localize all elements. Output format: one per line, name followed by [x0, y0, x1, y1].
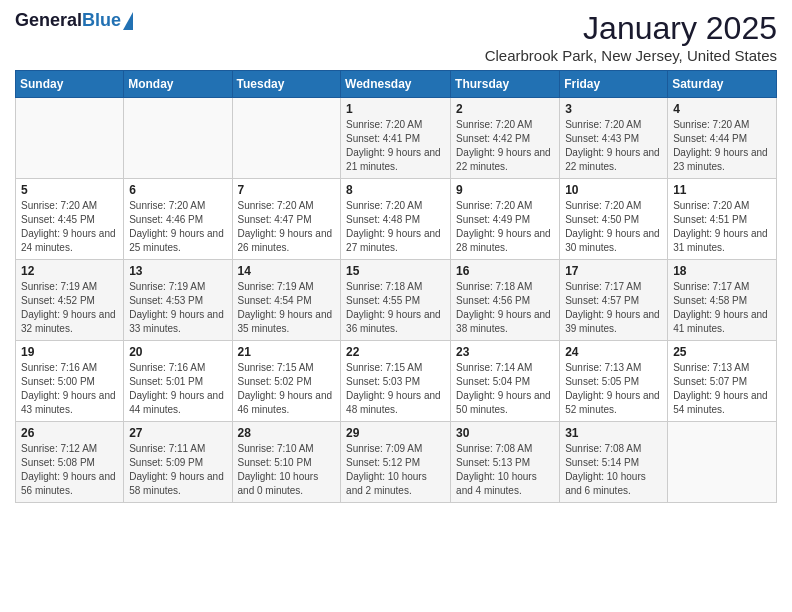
day-number: 9 [456, 183, 554, 197]
day-info: Sunrise: 7:14 AMSunset: 5:04 PMDaylight:… [456, 361, 554, 417]
day-info: Sunrise: 7:20 AMSunset: 4:43 PMDaylight:… [565, 118, 662, 174]
day-info: Sunrise: 7:16 AMSunset: 5:00 PMDaylight:… [21, 361, 118, 417]
calendar-cell [232, 98, 341, 179]
day-info: Sunrise: 7:20 AMSunset: 4:44 PMDaylight:… [673, 118, 771, 174]
week-row-4: 19Sunrise: 7:16 AMSunset: 5:00 PMDayligh… [16, 341, 777, 422]
title-block: January 2025 Clearbrook Park, New Jersey… [485, 10, 777, 64]
day-number: 6 [129, 183, 226, 197]
day-info: Sunrise: 7:20 AMSunset: 4:50 PMDaylight:… [565, 199, 662, 255]
logo: General Blue [15, 10, 133, 31]
day-number: 25 [673, 345, 771, 359]
day-number: 15 [346, 264, 445, 278]
day-number: 7 [238, 183, 336, 197]
week-row-2: 5Sunrise: 7:20 AMSunset: 4:45 PMDaylight… [16, 179, 777, 260]
calendar-cell: 30Sunrise: 7:08 AMSunset: 5:13 PMDayligh… [451, 422, 560, 503]
day-number: 17 [565, 264, 662, 278]
logo-blue-text: Blue [82, 10, 121, 31]
day-info: Sunrise: 7:18 AMSunset: 4:55 PMDaylight:… [346, 280, 445, 336]
day-number: 12 [21, 264, 118, 278]
calendar-cell: 14Sunrise: 7:19 AMSunset: 4:54 PMDayligh… [232, 260, 341, 341]
calendar-cell: 15Sunrise: 7:18 AMSunset: 4:55 PMDayligh… [341, 260, 451, 341]
weekday-header-thursday: Thursday [451, 71, 560, 98]
day-number: 31 [565, 426, 662, 440]
calendar-cell: 29Sunrise: 7:09 AMSunset: 5:12 PMDayligh… [341, 422, 451, 503]
day-info: Sunrise: 7:13 AMSunset: 5:05 PMDaylight:… [565, 361, 662, 417]
day-number: 1 [346, 102, 445, 116]
day-number: 3 [565, 102, 662, 116]
weekday-header-sunday: Sunday [16, 71, 124, 98]
day-info: Sunrise: 7:20 AMSunset: 4:42 PMDaylight:… [456, 118, 554, 174]
day-info: Sunrise: 7:18 AMSunset: 4:56 PMDaylight:… [456, 280, 554, 336]
week-row-3: 12Sunrise: 7:19 AMSunset: 4:52 PMDayligh… [16, 260, 777, 341]
day-info: Sunrise: 7:20 AMSunset: 4:49 PMDaylight:… [456, 199, 554, 255]
calendar-cell: 1Sunrise: 7:20 AMSunset: 4:41 PMDaylight… [341, 98, 451, 179]
logo-general-text: General [15, 10, 82, 31]
weekday-header-wednesday: Wednesday [341, 71, 451, 98]
calendar-cell: 21Sunrise: 7:15 AMSunset: 5:02 PMDayligh… [232, 341, 341, 422]
month-title: January 2025 [485, 10, 777, 47]
calendar-cell: 27Sunrise: 7:11 AMSunset: 5:09 PMDayligh… [124, 422, 232, 503]
day-info: Sunrise: 7:20 AMSunset: 4:48 PMDaylight:… [346, 199, 445, 255]
calendar-cell: 22Sunrise: 7:15 AMSunset: 5:03 PMDayligh… [341, 341, 451, 422]
day-number: 22 [346, 345, 445, 359]
calendar-cell: 5Sunrise: 7:20 AMSunset: 4:45 PMDaylight… [16, 179, 124, 260]
calendar-cell: 6Sunrise: 7:20 AMSunset: 4:46 PMDaylight… [124, 179, 232, 260]
day-number: 4 [673, 102, 771, 116]
calendar-cell: 26Sunrise: 7:12 AMSunset: 5:08 PMDayligh… [16, 422, 124, 503]
day-number: 24 [565, 345, 662, 359]
day-number: 11 [673, 183, 771, 197]
day-info: Sunrise: 7:20 AMSunset: 4:41 PMDaylight:… [346, 118, 445, 174]
calendar-cell [124, 98, 232, 179]
calendar-cell: 2Sunrise: 7:20 AMSunset: 4:42 PMDaylight… [451, 98, 560, 179]
day-info: Sunrise: 7:08 AMSunset: 5:14 PMDaylight:… [565, 442, 662, 498]
calendar-cell: 3Sunrise: 7:20 AMSunset: 4:43 PMDaylight… [560, 98, 668, 179]
day-number: 23 [456, 345, 554, 359]
day-info: Sunrise: 7:17 AMSunset: 4:58 PMDaylight:… [673, 280, 771, 336]
day-number: 2 [456, 102, 554, 116]
header: General Blue January 2025 Clearbrook Par… [15, 10, 777, 64]
weekday-header-friday: Friday [560, 71, 668, 98]
day-info: Sunrise: 7:19 AMSunset: 4:54 PMDaylight:… [238, 280, 336, 336]
day-info: Sunrise: 7:20 AMSunset: 4:51 PMDaylight:… [673, 199, 771, 255]
calendar-cell: 19Sunrise: 7:16 AMSunset: 5:00 PMDayligh… [16, 341, 124, 422]
calendar-cell: 23Sunrise: 7:14 AMSunset: 5:04 PMDayligh… [451, 341, 560, 422]
calendar-cell: 12Sunrise: 7:19 AMSunset: 4:52 PMDayligh… [16, 260, 124, 341]
week-row-1: 1Sunrise: 7:20 AMSunset: 4:41 PMDaylight… [16, 98, 777, 179]
day-number: 14 [238, 264, 336, 278]
day-number: 28 [238, 426, 336, 440]
day-info: Sunrise: 7:11 AMSunset: 5:09 PMDaylight:… [129, 442, 226, 498]
day-number: 19 [21, 345, 118, 359]
calendar-table: SundayMondayTuesdayWednesdayThursdayFrid… [15, 70, 777, 503]
day-number: 18 [673, 264, 771, 278]
day-number: 16 [456, 264, 554, 278]
calendar-cell: 4Sunrise: 7:20 AMSunset: 4:44 PMDaylight… [668, 98, 777, 179]
calendar-cell: 31Sunrise: 7:08 AMSunset: 5:14 PMDayligh… [560, 422, 668, 503]
day-info: Sunrise: 7:19 AMSunset: 4:52 PMDaylight:… [21, 280, 118, 336]
calendar-cell: 17Sunrise: 7:17 AMSunset: 4:57 PMDayligh… [560, 260, 668, 341]
weekday-header-row: SundayMondayTuesdayWednesdayThursdayFrid… [16, 71, 777, 98]
calendar-cell: 28Sunrise: 7:10 AMSunset: 5:10 PMDayligh… [232, 422, 341, 503]
day-info: Sunrise: 7:20 AMSunset: 4:45 PMDaylight:… [21, 199, 118, 255]
day-number: 29 [346, 426, 445, 440]
calendar-cell [16, 98, 124, 179]
page-container: General Blue January 2025 Clearbrook Par… [0, 0, 792, 513]
day-info: Sunrise: 7:10 AMSunset: 5:10 PMDaylight:… [238, 442, 336, 498]
day-info: Sunrise: 7:12 AMSunset: 5:08 PMDaylight:… [21, 442, 118, 498]
week-row-5: 26Sunrise: 7:12 AMSunset: 5:08 PMDayligh… [16, 422, 777, 503]
day-info: Sunrise: 7:20 AMSunset: 4:46 PMDaylight:… [129, 199, 226, 255]
day-number: 27 [129, 426, 226, 440]
weekday-header-monday: Monday [124, 71, 232, 98]
day-info: Sunrise: 7:17 AMSunset: 4:57 PMDaylight:… [565, 280, 662, 336]
day-number: 8 [346, 183, 445, 197]
calendar-cell: 9Sunrise: 7:20 AMSunset: 4:49 PMDaylight… [451, 179, 560, 260]
calendar-cell: 8Sunrise: 7:20 AMSunset: 4:48 PMDaylight… [341, 179, 451, 260]
calendar-cell: 13Sunrise: 7:19 AMSunset: 4:53 PMDayligh… [124, 260, 232, 341]
calendar-body: 1Sunrise: 7:20 AMSunset: 4:41 PMDaylight… [16, 98, 777, 503]
logo-triangle-icon [123, 12, 133, 30]
day-number: 26 [21, 426, 118, 440]
weekday-header-tuesday: Tuesday [232, 71, 341, 98]
day-number: 20 [129, 345, 226, 359]
calendar-cell: 20Sunrise: 7:16 AMSunset: 5:01 PMDayligh… [124, 341, 232, 422]
day-number: 5 [21, 183, 118, 197]
day-info: Sunrise: 7:08 AMSunset: 5:13 PMDaylight:… [456, 442, 554, 498]
